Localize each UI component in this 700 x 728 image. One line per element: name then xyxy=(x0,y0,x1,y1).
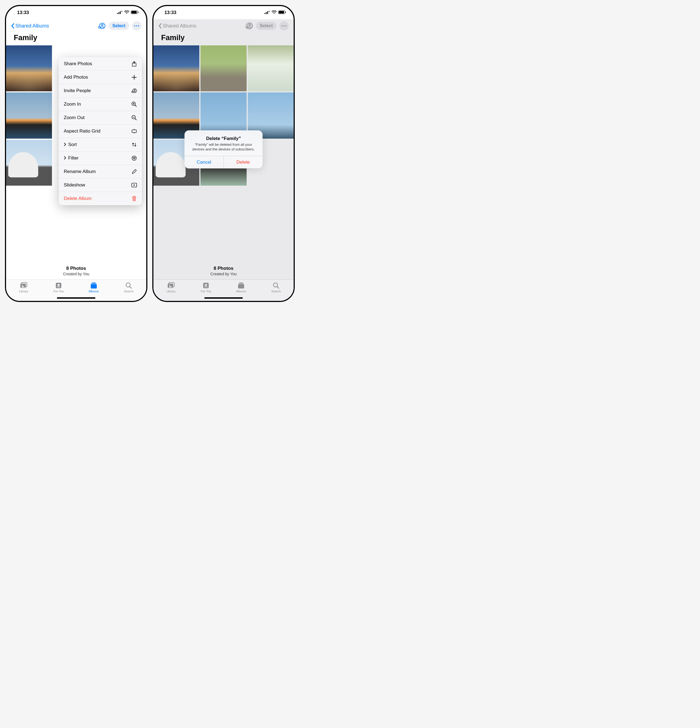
select-button[interactable]: Select xyxy=(108,22,129,30)
foryou-icon xyxy=(202,282,210,289)
tab-library[interactable]: Library xyxy=(160,282,182,293)
tab-search[interactable]: Search xyxy=(118,282,140,293)
svg-rect-1 xyxy=(118,12,119,14)
svg-rect-41 xyxy=(286,12,286,13)
invite-button[interactable] xyxy=(98,22,106,30)
status-bar: 13:33 xyxy=(6,6,146,19)
alert-backdrop: Delete “Family” “Family” will be deleted… xyxy=(153,19,294,279)
home-indicator[interactable] xyxy=(57,297,95,299)
svg-rect-52 xyxy=(204,287,208,287)
status-bar: 13:33 xyxy=(153,6,294,19)
aspect-ratio-icon xyxy=(131,129,137,134)
chevron-right-icon xyxy=(64,143,66,147)
chevron-right-icon xyxy=(64,156,66,160)
tab-library[interactable]: Library xyxy=(13,282,35,293)
home-indicator[interactable] xyxy=(204,297,243,299)
photo-thumbnail[interactable] xyxy=(6,45,52,91)
foryou-icon xyxy=(55,282,62,289)
person-add-icon xyxy=(131,88,137,94)
svg-rect-2 xyxy=(120,11,121,14)
sort-icon xyxy=(131,142,137,147)
photo-count: 8 Photos xyxy=(6,266,146,271)
tab-search[interactable]: Search xyxy=(265,282,287,293)
created-by-label: Created by You xyxy=(6,272,146,276)
pencil-icon xyxy=(131,169,137,174)
svg-point-4 xyxy=(121,11,122,12)
svg-point-26 xyxy=(22,285,23,286)
wifi-icon xyxy=(124,10,129,15)
svg-rect-35 xyxy=(267,11,268,14)
alert-cancel-button[interactable]: Cancel xyxy=(185,156,224,168)
zoom-in-icon xyxy=(131,101,137,107)
svg-rect-53 xyxy=(239,282,243,283)
plus-icon xyxy=(131,75,137,80)
alert-title: Delete “Family” xyxy=(189,136,258,142)
trash-icon xyxy=(131,196,137,201)
menu-share-photos[interactable]: Share Photos xyxy=(59,57,142,71)
play-rect-icon xyxy=(131,182,137,188)
svg-rect-29 xyxy=(92,282,96,283)
svg-rect-34 xyxy=(266,12,267,14)
svg-point-38 xyxy=(274,13,274,14)
cellular-icon xyxy=(264,10,270,15)
menu-rename[interactable]: Rename Album xyxy=(59,165,142,179)
status-time: 13:33 xyxy=(165,10,176,15)
menu-aspect-ratio[interactable]: Aspect Ratio Grid xyxy=(59,124,142,138)
menu-zoom-out[interactable]: Zoom Out xyxy=(59,111,142,124)
svg-rect-30 xyxy=(91,283,96,284)
tab-albums[interactable]: Albums xyxy=(230,282,252,293)
alert-message: “Family” will be deleted from all your d… xyxy=(189,143,258,152)
albums-icon xyxy=(237,282,245,289)
menu-invite-people[interactable]: Invite People xyxy=(59,84,142,98)
menu-sort[interactable]: Sort xyxy=(59,138,142,152)
ellipsis-icon xyxy=(134,25,139,26)
svg-point-14 xyxy=(138,25,139,26)
back-label: Shared Albums xyxy=(15,23,49,29)
alert-delete-button[interactable]: Delete xyxy=(224,156,263,168)
albums-icon xyxy=(90,282,98,289)
wifi-icon xyxy=(271,10,277,15)
library-icon xyxy=(167,282,175,289)
tab-for-you[interactable]: For You xyxy=(48,282,69,293)
photo-thumbnail[interactable] xyxy=(6,92,52,138)
menu-filter[interactable]: Filter xyxy=(59,152,142,165)
search-icon xyxy=(272,282,280,289)
svg-point-37 xyxy=(269,11,269,12)
svg-rect-33 xyxy=(264,13,265,14)
album-footer: 8 Photos Created by You xyxy=(6,263,146,279)
svg-point-12 xyxy=(134,25,135,26)
status-indicators xyxy=(117,10,139,15)
menu-delete-album[interactable]: Delete Album xyxy=(59,192,142,205)
delete-alert: Delete “Family” “Family” will be deleted… xyxy=(185,130,263,169)
menu-slideshow[interactable]: Slideshow xyxy=(59,179,142,192)
battery-icon xyxy=(131,10,139,15)
svg-rect-8 xyxy=(138,12,139,13)
filter-icon xyxy=(131,155,137,161)
phone-screenshot-1: 13:33 Shared Albums Select Family xyxy=(5,5,147,302)
tab-albums[interactable]: Albums xyxy=(83,282,105,293)
svg-rect-28 xyxy=(57,287,60,287)
back-button[interactable]: Shared Albums xyxy=(11,23,49,29)
menu-zoom-in[interactable]: Zoom In xyxy=(59,98,142,111)
phone-screenshot-2: 13:33 Shared Albums Select Family xyxy=(152,5,295,302)
zoom-out-icon xyxy=(131,115,137,120)
person-add-icon xyxy=(98,22,105,29)
search-icon xyxy=(125,282,133,289)
tab-for-you[interactable]: For You xyxy=(195,282,217,293)
navigation-bar: Shared Albums Select xyxy=(6,19,146,32)
svg-rect-54 xyxy=(239,283,244,284)
status-indicators xyxy=(264,10,286,15)
library-icon xyxy=(20,282,27,289)
share-icon xyxy=(131,61,137,66)
context-menu: Share Photos Add Photos Invite People Zo… xyxy=(59,57,142,205)
svg-point-13 xyxy=(136,25,137,26)
menu-add-photos[interactable]: Add Photos xyxy=(59,71,142,84)
photo-thumbnail[interactable] xyxy=(6,140,52,186)
album-title: Family xyxy=(6,32,146,45)
battery-icon xyxy=(278,10,286,15)
svg-point-10 xyxy=(101,24,103,26)
svg-rect-31 xyxy=(91,284,97,289)
svg-rect-0 xyxy=(117,13,118,14)
cellular-icon xyxy=(117,10,123,15)
more-button[interactable] xyxy=(132,21,141,30)
